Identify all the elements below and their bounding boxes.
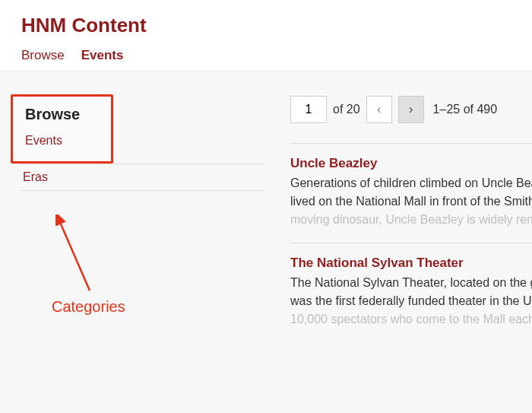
tab-browse[interactable]: Browse	[21, 48, 65, 63]
svg-line-0	[59, 221, 90, 291]
main-content: of 20 ‹ › 1–25 of 490 Uncle Beazley Gene…	[281, 94, 532, 413]
annotation-arrow-icon	[53, 214, 114, 298]
sidebar: Browse Events Eras Categories	[0, 94, 281, 413]
page-number-input[interactable]	[290, 96, 327, 123]
next-page-button[interactable]: ›	[398, 96, 424, 123]
top-tabs: Browse Events	[21, 48, 511, 63]
chevron-right-icon: ›	[409, 103, 413, 116]
result-range-text: 1–25 of 490	[433, 103, 498, 116]
divider	[290, 143, 532, 144]
page-title: HNM Content	[21, 14, 511, 37]
result-item: Uncle Beazley Generations of children cl…	[290, 156, 532, 229]
annotation-label: Categories	[52, 298, 125, 316]
result-item: The National Sylvan Theater The National…	[290, 256, 532, 329]
result-snippet: Generations of children climbed on Uncle…	[290, 174, 532, 229]
sidebar-item-events[interactable]: Events	[25, 128, 99, 154]
result-title-link[interactable]: Uncle Beazley	[290, 156, 532, 171]
chevron-left-icon: ‹	[377, 103, 381, 116]
snippet-line: was the first federally funded theater i…	[290, 292, 532, 310]
tab-events[interactable]: Events	[81, 48, 124, 63]
snippet-line: Generations of children climbed on Uncle…	[290, 174, 532, 192]
snippet-line-faded: moving dinosaur, Uncle Beazley is widely…	[290, 211, 532, 229]
result-title-link[interactable]: The National Sylvan Theater	[290, 256, 532, 271]
result-snippet: The National Sylvan Theater, located on …	[290, 274, 532, 329]
prev-page-button[interactable]: ‹	[366, 96, 392, 123]
snippet-line-faded: 10,000 spectators who come to the Mall e…	[290, 310, 532, 329]
browse-box: Browse Events	[11, 94, 113, 164]
browse-title: Browse	[25, 106, 99, 123]
page-total-text: of 20	[333, 103, 360, 116]
divider	[20, 190, 264, 191]
body-area: Browse Events Eras Categories of 20 ‹	[0, 71, 532, 413]
divider	[290, 243, 532, 243]
snippet-line: lived on the National Mall in front of t…	[290, 192, 532, 211]
sidebar-item-eras[interactable]: Eras	[23, 170, 272, 184]
header: HNM Content Browse Events	[0, 0, 532, 71]
pager: of 20 ‹ › 1–25 of 490	[290, 96, 532, 123]
snippet-line: The National Sylvan Theater, located on …	[290, 274, 532, 292]
